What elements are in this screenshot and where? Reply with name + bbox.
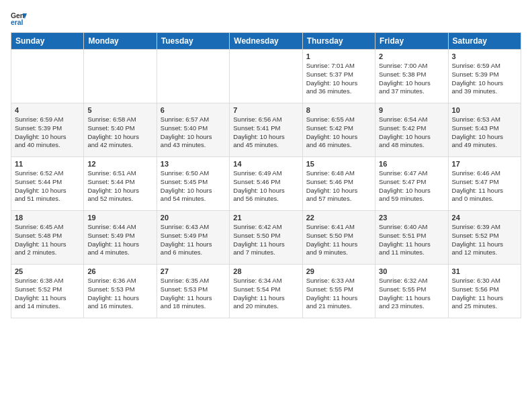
calendar-cell: 17Sunrise: 6:46 AM Sunset: 5:47 PM Dayli…: [448, 157, 521, 211]
day-number: 27: [161, 267, 226, 275]
day-info: Sunrise: 6:54 AM Sunset: 5:42 PM Dayligh…: [379, 116, 444, 150]
day-number: 2: [379, 52, 444, 60]
day-number: 16: [379, 160, 444, 168]
day-info: Sunrise: 6:41 AM Sunset: 5:50 PM Dayligh…: [306, 223, 371, 257]
day-info: Sunrise: 6:42 AM Sunset: 5:50 PM Dayligh…: [233, 223, 298, 257]
day-number: 25: [15, 267, 80, 275]
day-info: Sunrise: 6:39 AM Sunset: 5:52 PM Dayligh…: [452, 223, 517, 257]
calendar-cell: 4Sunrise: 6:59 AM Sunset: 5:39 PM Daylig…: [11, 103, 84, 157]
day-info: Sunrise: 6:33 AM Sunset: 5:55 PM Dayligh…: [306, 277, 371, 311]
weekday-header-monday: Monday: [84, 33, 157, 50]
calendar-cell: 9Sunrise: 6:54 AM Sunset: 5:42 PM Daylig…: [375, 103, 448, 157]
calendar-cell: 25Sunrise: 6:38 AM Sunset: 5:52 PM Dayli…: [11, 265, 84, 318]
calendar-cell: 15Sunrise: 6:48 AM Sunset: 5:46 PM Dayli…: [302, 157, 375, 211]
calendar-week-row: 1Sunrise: 7:01 AM Sunset: 5:37 PM Daylig…: [11, 50, 521, 103]
day-info: Sunrise: 6:56 AM Sunset: 5:41 PM Dayligh…: [233, 116, 298, 150]
day-number: 9: [379, 106, 444, 114]
weekday-header-row: SundayMondayTuesdayWednesdayThursdayFrid…: [11, 33, 521, 50]
day-number: 30: [379, 267, 444, 275]
day-number: 4: [15, 106, 80, 114]
day-info: Sunrise: 6:59 AM Sunset: 5:39 PM Dayligh…: [15, 116, 80, 150]
day-info: Sunrise: 6:50 AM Sunset: 5:45 PM Dayligh…: [161, 169, 226, 203]
logo: Gen eral: [11, 11, 30, 27]
day-number: 5: [87, 106, 152, 114]
calendar-cell: [84, 50, 157, 103]
calendar-cell: 7Sunrise: 6:56 AM Sunset: 5:41 PM Daylig…: [230, 103, 302, 157]
day-info: Sunrise: 6:34 AM Sunset: 5:54 PM Dayligh…: [233, 277, 298, 311]
calendar-cell: 24Sunrise: 6:39 AM Sunset: 5:52 PM Dayli…: [448, 211, 521, 265]
calendar-cell: 21Sunrise: 6:42 AM Sunset: 5:50 PM Dayli…: [230, 211, 302, 265]
calendar-cell: 16Sunrise: 6:47 AM Sunset: 5:47 PM Dayli…: [375, 157, 448, 211]
calendar-week-row: 25Sunrise: 6:38 AM Sunset: 5:52 PM Dayli…: [11, 265, 521, 318]
day-info: Sunrise: 6:35 AM Sunset: 5:53 PM Dayligh…: [161, 277, 226, 311]
weekday-header-saturday: Saturday: [448, 33, 521, 50]
day-number: 28: [233, 267, 298, 275]
calendar-table: SundayMondayTuesdayWednesdayThursdayFrid…: [11, 32, 521, 318]
calendar-cell: 10Sunrise: 6:53 AM Sunset: 5:43 PM Dayli…: [448, 103, 521, 157]
day-info: Sunrise: 6:44 AM Sunset: 5:49 PM Dayligh…: [87, 223, 152, 257]
calendar-cell: 8Sunrise: 6:55 AM Sunset: 5:42 PM Daylig…: [302, 103, 375, 157]
calendar-cell: 6Sunrise: 6:57 AM Sunset: 5:40 PM Daylig…: [157, 103, 229, 157]
day-number: 14: [233, 160, 298, 168]
calendar-cell: 27Sunrise: 6:35 AM Sunset: 5:53 PM Dayli…: [157, 265, 229, 318]
day-number: 24: [452, 214, 517, 222]
calendar-cell: 2Sunrise: 7:00 AM Sunset: 5:38 PM Daylig…: [375, 50, 448, 103]
calendar-week-row: 11Sunrise: 6:52 AM Sunset: 5:44 PM Dayli…: [11, 157, 521, 211]
day-number: 21: [233, 214, 298, 222]
day-info: Sunrise: 6:57 AM Sunset: 5:40 PM Dayligh…: [161, 116, 226, 150]
day-number: 13: [161, 160, 226, 168]
day-info: Sunrise: 6:47 AM Sunset: 5:47 PM Dayligh…: [379, 169, 444, 203]
day-info: Sunrise: 6:32 AM Sunset: 5:55 PM Dayligh…: [379, 277, 444, 311]
day-number: 19: [87, 214, 152, 222]
weekday-header-wednesday: Wednesday: [230, 33, 302, 50]
calendar-cell: 26Sunrise: 6:36 AM Sunset: 5:53 PM Dayli…: [84, 265, 157, 318]
day-number: 23: [379, 214, 444, 222]
day-number: 3: [452, 52, 517, 60]
calendar-cell: 3Sunrise: 6:59 AM Sunset: 5:39 PM Daylig…: [448, 50, 521, 103]
calendar-cell: 18Sunrise: 6:45 AM Sunset: 5:48 PM Dayli…: [11, 211, 84, 265]
day-number: 10: [452, 106, 517, 114]
weekday-header-sunday: Sunday: [11, 33, 84, 50]
calendar-cell: [230, 50, 302, 103]
svg-text:eral: eral: [11, 19, 24, 26]
day-number: 15: [306, 160, 371, 168]
calendar-cell: 13Sunrise: 6:50 AM Sunset: 5:45 PM Dayli…: [157, 157, 229, 211]
calendar-cell: 5Sunrise: 6:58 AM Sunset: 5:40 PM Daylig…: [84, 103, 157, 157]
calendar-cell: 14Sunrise: 6:49 AM Sunset: 5:46 PM Dayli…: [230, 157, 302, 211]
day-info: Sunrise: 6:49 AM Sunset: 5:46 PM Dayligh…: [233, 169, 298, 203]
day-number: 7: [233, 106, 298, 114]
day-number: 1: [306, 52, 371, 60]
day-info: Sunrise: 6:58 AM Sunset: 5:40 PM Dayligh…: [87, 116, 152, 150]
day-number: 11: [15, 160, 80, 168]
header: Gen eral: [11, 11, 521, 27]
calendar-cell: 28Sunrise: 6:34 AM Sunset: 5:54 PM Dayli…: [230, 265, 302, 318]
weekday-header-thursday: Thursday: [302, 33, 375, 50]
calendar-cell: 11Sunrise: 6:52 AM Sunset: 5:44 PM Dayli…: [11, 157, 84, 211]
calendar-week-row: 18Sunrise: 6:45 AM Sunset: 5:48 PM Dayli…: [11, 211, 521, 265]
calendar-cell: 1Sunrise: 7:01 AM Sunset: 5:37 PM Daylig…: [302, 50, 375, 103]
day-info: Sunrise: 6:36 AM Sunset: 5:53 PM Dayligh…: [87, 277, 152, 311]
logo-icon: Gen eral: [11, 11, 27, 27]
calendar-cell: 23Sunrise: 6:40 AM Sunset: 5:51 PM Dayli…: [375, 211, 448, 265]
day-number: 12: [87, 160, 152, 168]
calendar-cell: 30Sunrise: 6:32 AM Sunset: 5:55 PM Dayli…: [375, 265, 448, 318]
day-info: Sunrise: 6:52 AM Sunset: 5:44 PM Dayligh…: [15, 169, 80, 203]
weekday-header-tuesday: Tuesday: [157, 33, 229, 50]
day-number: 17: [452, 160, 517, 168]
day-info: Sunrise: 6:53 AM Sunset: 5:43 PM Dayligh…: [452, 116, 517, 150]
day-number: 18: [15, 214, 80, 222]
calendar-cell: [11, 50, 84, 103]
day-info: Sunrise: 6:40 AM Sunset: 5:51 PM Dayligh…: [379, 223, 444, 257]
calendar-cell: 12Sunrise: 6:51 AM Sunset: 5:44 PM Dayli…: [84, 157, 157, 211]
calendar-cell: 20Sunrise: 6:43 AM Sunset: 5:49 PM Dayli…: [157, 211, 229, 265]
calendar-cell: [157, 50, 229, 103]
day-info: Sunrise: 6:59 AM Sunset: 5:39 PM Dayligh…: [452, 62, 517, 96]
day-number: 29: [306, 267, 371, 275]
day-info: Sunrise: 6:55 AM Sunset: 5:42 PM Dayligh…: [306, 116, 371, 150]
calendar-cell: 31Sunrise: 6:30 AM Sunset: 5:56 PM Dayli…: [448, 265, 521, 318]
day-info: Sunrise: 6:51 AM Sunset: 5:44 PM Dayligh…: [87, 169, 152, 203]
calendar-cell: 19Sunrise: 6:44 AM Sunset: 5:49 PM Dayli…: [84, 211, 157, 265]
calendar-cell: 29Sunrise: 6:33 AM Sunset: 5:55 PM Dayli…: [302, 265, 375, 318]
weekday-header-friday: Friday: [375, 33, 448, 50]
day-number: 20: [161, 214, 226, 222]
